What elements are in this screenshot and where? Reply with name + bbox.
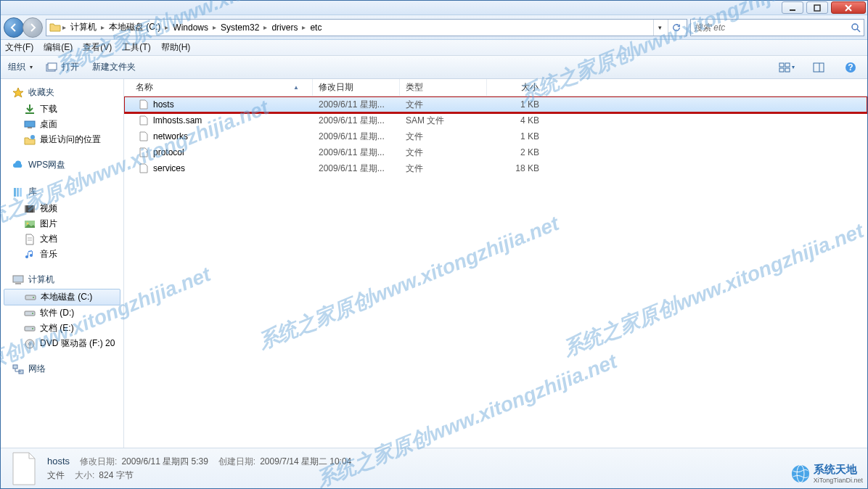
sidebar-item-dvd-drive[interactable]: DVD 驱动器 (F:) 20 xyxy=(1,336,123,351)
file-row[interactable]: lmhosts.sam2009/6/11 星期...SAM 文件4 KB xyxy=(124,112,867,128)
column-header-date[interactable]: 修改日期 xyxy=(313,79,400,96)
toolbar: 组织▾ 打开 新建文件夹 ▾ ? xyxy=(1,56,867,79)
svg-rect-24 xyxy=(33,205,35,213)
menu-bar: 文件(F) 编辑(E) 查看(V) 工具(T) 帮助(H) xyxy=(1,40,867,56)
open-button[interactable]: 打开 xyxy=(46,61,79,73)
sidebar-item-videos[interactable]: 视频 xyxy=(1,201,123,216)
music-icon xyxy=(24,249,36,260)
file-type: 文件 xyxy=(400,163,487,175)
file-row[interactable]: services2009/6/11 星期...文件18 KB xyxy=(124,160,867,176)
view-options-button[interactable]: ▾ xyxy=(777,59,796,75)
maximize-button[interactable] xyxy=(806,1,828,14)
svg-rect-8 xyxy=(779,63,784,67)
file-size: 1 KB xyxy=(487,99,545,110)
organize-button[interactable]: 组织▾ xyxy=(8,61,33,73)
breadcrumb-c-drive[interactable]: 本地磁盘 (C:) xyxy=(106,21,163,33)
crumb-sep-icon: ▸ xyxy=(213,23,216,31)
menu-tools[interactable]: 工具(T) xyxy=(122,41,150,54)
breadcrumb-system32[interactable]: System32 xyxy=(218,22,262,33)
sidebar-wps[interactable]: WPS网盘 xyxy=(1,157,123,174)
help-icon: ? xyxy=(845,62,856,73)
column-header-type[interactable]: 类型 xyxy=(400,79,487,96)
file-name: protocol xyxy=(153,147,184,157)
details-filename: hosts xyxy=(47,456,70,467)
preview-pane-icon xyxy=(813,62,824,73)
forward-button[interactable] xyxy=(22,17,43,38)
menu-help[interactable]: 帮助(H) xyxy=(161,41,191,54)
column-header-size[interactable]: 大小 xyxy=(487,79,545,96)
search-input[interactable] xyxy=(694,22,851,33)
svg-point-4 xyxy=(852,24,858,30)
download-icon xyxy=(24,104,36,115)
svg-rect-17 xyxy=(28,127,32,128)
sidebar-item-c-drive[interactable]: 本地磁盘 (C:) xyxy=(4,289,120,305)
sidebar-libraries-header[interactable]: 库 xyxy=(1,184,123,201)
minimize-button[interactable] xyxy=(782,1,803,14)
refresh-icon xyxy=(672,23,681,32)
crumb-sep-icon: ▸ xyxy=(165,23,168,31)
sidebar-item-desktop[interactable]: 桌面 xyxy=(1,117,123,132)
desktop-icon xyxy=(24,119,36,131)
sidebar-item-documents[interactable]: 文档 xyxy=(1,231,123,247)
file-name: hosts xyxy=(153,99,174,110)
drive-icon xyxy=(24,308,36,319)
sidebar-item-pictures[interactable]: 图片 xyxy=(1,216,123,231)
breadcrumb-windows[interactable]: Windows xyxy=(170,22,211,33)
address-dropdown-button[interactable]: ▾ xyxy=(653,20,666,36)
help-button[interactable]: ? xyxy=(841,59,860,75)
sidebar-favorites-header[interactable]: 收藏夹 xyxy=(1,85,123,102)
crumb-sep-icon: ▸ xyxy=(302,23,306,31)
new-folder-button[interactable]: 新建文件夹 xyxy=(92,61,136,73)
chevron-down-icon: ▾ xyxy=(658,24,662,31)
menu-file[interactable]: 文件(F) xyxy=(5,41,33,54)
address-bar[interactable]: ▸ 计算机 ▸ 本地磁盘 (C:) ▸ Windows ▸ System32 ▸… xyxy=(46,19,687,36)
breadcrumb-computer[interactable]: 计算机 xyxy=(67,21,99,33)
search-icon xyxy=(851,22,861,33)
breadcrumb-drivers[interactable]: drivers xyxy=(269,22,300,33)
file-row[interactable]: protocol2009/6/11 星期...文件2 KB xyxy=(124,144,867,160)
back-button[interactable] xyxy=(4,17,24,38)
file-name: networks xyxy=(153,131,188,141)
svg-point-32 xyxy=(33,297,34,298)
drive-icon xyxy=(24,323,36,334)
svg-rect-39 xyxy=(13,365,17,369)
file-list-pane: 名称▲ 修改日期 类型 大小 hosts2009/6/11 星期...文件1 K… xyxy=(124,79,867,448)
svg-rect-1 xyxy=(814,5,820,11)
recent-icon xyxy=(24,134,36,146)
chevron-down-icon: ▾ xyxy=(30,64,33,70)
sidebar-item-d-drive[interactable]: 软件 (D:) xyxy=(1,305,123,321)
svg-point-43 xyxy=(792,465,809,482)
menu-view[interactable]: 查看(V) xyxy=(83,41,112,54)
drive-icon xyxy=(25,292,36,303)
open-icon xyxy=(46,62,57,73)
preview-pane-button[interactable] xyxy=(809,59,828,75)
file-name: lmhosts.sam xyxy=(153,115,202,126)
breadcrumb-etc[interactable]: etc xyxy=(307,22,324,33)
file-icon xyxy=(139,147,149,157)
svg-rect-9 xyxy=(785,63,790,67)
chevron-down-icon: ▾ xyxy=(792,64,795,70)
view-icon xyxy=(779,62,790,73)
file-row[interactable]: hosts2009/6/11 星期...文件1 KB xyxy=(124,96,867,112)
sidebar-item-music[interactable]: 音乐 xyxy=(1,247,123,262)
refresh-button[interactable] xyxy=(668,20,684,36)
svg-rect-19 xyxy=(14,188,16,197)
svg-point-38 xyxy=(29,342,31,345)
sidebar-item-downloads[interactable]: 下载 xyxy=(1,102,123,117)
menu-edit[interactable]: 编辑(E) xyxy=(44,41,73,54)
sidebar-computer-header[interactable]: 计算机 xyxy=(1,272,123,289)
sidebar-item-recent[interactable]: 最近访问的位置 xyxy=(1,132,123,147)
search-box[interactable] xyxy=(690,19,864,36)
document-icon xyxy=(24,234,36,245)
column-header-name[interactable]: 名称▲ xyxy=(124,79,313,96)
file-row[interactable]: networks2009/6/11 星期...文件1 KB xyxy=(124,128,867,144)
file-icon xyxy=(139,131,149,141)
close-button[interactable] xyxy=(831,1,866,14)
file-type: 文件 xyxy=(400,147,487,159)
crumb-sep-icon: ▸ xyxy=(263,23,267,31)
file-large-icon xyxy=(9,451,38,486)
sidebar-item-e-drive[interactable]: 文档 (E:) xyxy=(1,321,123,336)
sidebar-network[interactable]: 网络 xyxy=(1,361,123,378)
file-date: 2009/6/11 星期... xyxy=(313,163,400,175)
explorer-window: 系统之家原创www.xitongzhijia.net 系统之家原创www.xit… xyxy=(0,0,868,489)
